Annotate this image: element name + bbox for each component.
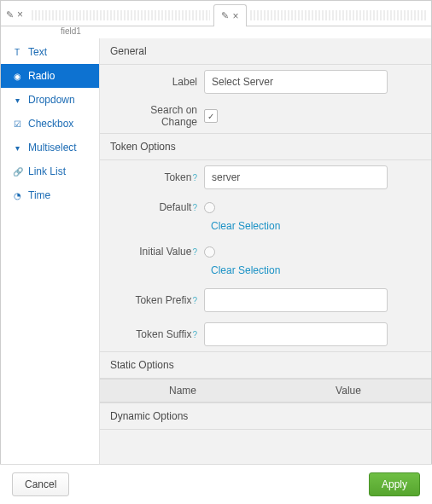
footer: Cancel Apply — [0, 464, 432, 504]
sidebar-item-text[interactable]: T Text — [1, 40, 99, 64]
label-default: Default — [159, 201, 191, 213]
tab-bar: ✎ × ✎ × — [1, 1, 431, 26]
clear-selection-link[interactable]: Clear Selection — [211, 220, 280, 232]
chevron-down-icon: ▾ — [13, 96, 21, 105]
col-name: Name — [100, 379, 266, 402]
static-options-table-head: Name Value — [100, 379, 431, 403]
section-general: General — [100, 38, 431, 65]
close-icon[interactable]: × — [233, 10, 239, 22]
sidebar-item-dropdown[interactable]: ▾ Dropdown — [1, 88, 99, 112]
sidebar-item-label: Radio — [28, 70, 55, 82]
initial-value-radio[interactable] — [204, 246, 215, 258]
label-token-suffix: Token Suffix — [136, 328, 191, 340]
close-icon[interactable]: × — [17, 9, 23, 20]
default-radio[interactable] — [204, 202, 215, 213]
pencil-icon[interactable]: ✎ — [6, 9, 14, 20]
checkbox-icon: ☑ — [13, 119, 21, 129]
help-icon[interactable]: ? — [192, 330, 197, 339]
help-icon[interactable]: ? — [192, 247, 197, 257]
section-dynamic-options: Dynamic Options — [100, 403, 431, 430]
help-icon[interactable]: ? — [192, 173, 197, 182]
label-initial-value: Initial Value — [139, 246, 191, 258]
label-token-prefix: Token Prefix — [135, 294, 191, 306]
clear-selection-link[interactable]: Clear Selection — [211, 264, 280, 276]
sidebar-item-label: Link List — [28, 165, 66, 177]
label-label: Label — [112, 76, 204, 88]
token-prefix-input[interactable] — [204, 288, 388, 312]
section-token-options: Token Options — [100, 133, 431, 160]
tab-active[interactable]: ✎ × — [213, 4, 247, 26]
tab-left-stub: ✎ × — [1, 3, 28, 26]
sidebar-item-radio[interactable]: ◉ Radio — [1, 64, 99, 88]
sidebar-item-checkbox[interactable]: ☑ Checkbox — [1, 112, 99, 136]
clock-icon: ◔ — [13, 191, 21, 200]
field-label: field1 — [1, 26, 431, 38]
token-suffix-input[interactable] — [204, 322, 388, 346]
search-on-change-checkbox[interactable]: ✓ — [204, 109, 218, 123]
input-type-sidebar: T Text ◉ Radio ▾ Dropdown ☑ Checkbox ▾ M… — [1, 38, 100, 465]
sidebar-item-label: Multiselect — [28, 142, 77, 154]
radio-icon: ◉ — [13, 72, 21, 81]
sidebar-item-multiselect[interactable]: ▾ Multiselect — [1, 136, 99, 159]
link-icon: 🔗 — [13, 167, 21, 177]
drag-handle[interactable] — [250, 10, 428, 20]
sidebar-item-time[interactable]: ◔ Time — [1, 183, 99, 207]
label-search-on-change: Search on Change — [112, 104, 204, 128]
chevron-down-icon: ▾ — [13, 143, 21, 153]
sidebar-item-label: Text — [28, 46, 47, 58]
token-input[interactable] — [204, 165, 388, 189]
pencil-icon[interactable]: ✎ — [221, 10, 229, 21]
drag-handle[interactable] — [32, 10, 209, 20]
help-icon[interactable]: ? — [192, 296, 197, 305]
cancel-button[interactable]: Cancel — [12, 472, 69, 496]
label-token: Token — [164, 171, 191, 183]
apply-button[interactable]: Apply — [369, 472, 420, 496]
settings-main: General Label Search on Change ✓ Token O… — [100, 38, 431, 465]
section-static-options: Static Options — [100, 351, 431, 379]
text-icon: T — [13, 48, 21, 57]
label-input[interactable] — [204, 70, 388, 94]
sidebar-item-label: Time — [28, 189, 50, 201]
sidebar-item-label: Dropdown — [28, 94, 75, 106]
sidebar-item-linklist[interactable]: 🔗 Link List — [1, 159, 99, 183]
sidebar-item-label: Checkbox — [28, 118, 73, 130]
col-value: Value — [266, 379, 431, 402]
help-icon[interactable]: ? — [192, 203, 197, 212]
